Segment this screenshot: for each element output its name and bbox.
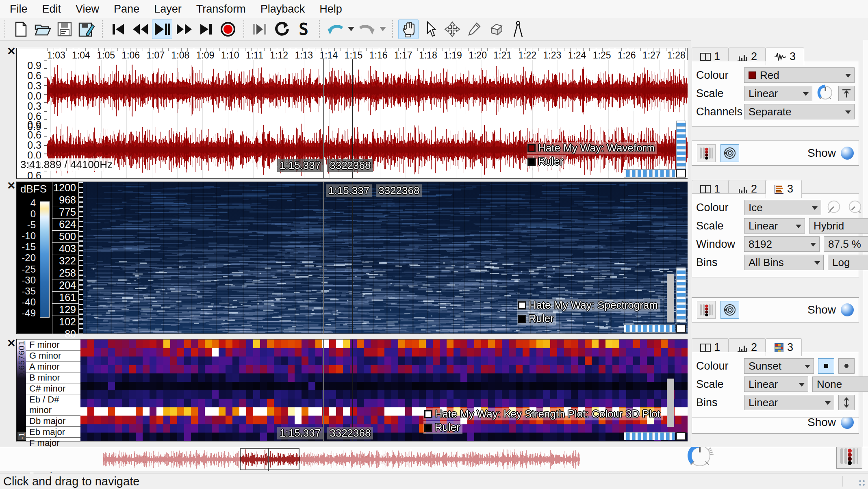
time-tick-label: 1:17 <box>394 50 412 60</box>
go-to-end-button[interactable] <box>196 19 216 39</box>
overview-waveform[interactable] <box>0 447 868 472</box>
vertical-zoom-thumbwheel[interactable] <box>676 268 686 322</box>
undo-history-dropdown[interactable] <box>348 27 354 31</box>
keyplot-properties: Colour Sunset Scale Linear None <box>692 352 859 418</box>
horizontal-zoom-thumbwheel[interactable] <box>624 432 675 440</box>
close-keyplot-pane-button[interactable]: ✕ <box>6 338 17 349</box>
vertical-scrollbar-thumb[interactable] <box>667 379 674 427</box>
menu-item[interactable]: Layer <box>147 1 189 17</box>
invert-vertical-button[interactable] <box>838 395 855 410</box>
menu-item[interactable]: Pane <box>106 1 147 17</box>
play-selection-button[interactable] <box>250 19 270 39</box>
horizontal-zoom-thumbwheel[interactable] <box>624 325 675 333</box>
visible-region-box[interactable] <box>240 448 299 470</box>
menu-item[interactable]: Transform <box>189 1 253 17</box>
navigate-tool-button[interactable] <box>398 19 419 39</box>
channels-dropdown[interactable]: Separate <box>744 104 855 119</box>
close-spectrogram-pane-button[interactable]: ✕ <box>6 180 17 191</box>
redo-history-dropdown[interactable] <box>380 27 386 31</box>
layer-fader-button[interactable] <box>697 144 716 162</box>
window-overlap-dropdown[interactable]: 87.5 % <box>824 236 868 252</box>
gain-knob[interactable] <box>816 84 834 103</box>
show-label: Show <box>807 303 836 316</box>
menu-item[interactable]: Playback <box>253 1 312 17</box>
record-button[interactable] <box>218 19 238 39</box>
new-session-button[interactable] <box>11 19 31 39</box>
smooth-cells-button[interactable] <box>838 358 855 374</box>
tab-label: 3 <box>787 341 793 354</box>
play-solo-button[interactable] <box>720 301 739 319</box>
layer-tag-spectrogram[interactable]: Hate My Way: Spectrogram <box>517 299 660 312</box>
save-button[interactable] <box>54 19 75 39</box>
layer-tag-waveform[interactable]: Hate My Way: Waveform <box>527 142 657 154</box>
frequency-scale-dropdown[interactable]: Linear <box>744 218 805 234</box>
close-waveform-pane-button[interactable]: ✕ <box>6 45 17 57</box>
opaque-cells-button[interactable] <box>818 358 834 374</box>
undo-button[interactable] <box>325 19 345 39</box>
horizontal-zoom-thumbwheel[interactable] <box>624 169 675 177</box>
colour-scale-dropdown[interactable]: Hybrid <box>809 218 868 234</box>
waveform-colour-dropdown[interactable]: Red <box>744 67 855 83</box>
layer-tag-keyplot[interactable]: Hate My Way: Key Strength Plot: Colour 3… <box>423 408 663 420</box>
measure-tool-button[interactable] <box>508 19 528 39</box>
open-button[interactable] <box>33 19 53 39</box>
playback-level-button[interactable] <box>836 444 862 469</box>
fast-forward-button[interactable] <box>174 19 194 39</box>
show-toggle-led[interactable] <box>841 147 854 160</box>
normalization-dropdown[interactable]: None <box>812 376 868 392</box>
spectrogram-pane[interactable]: dBFS 40-5-10-15-20-25-30-35-40-49 120096… <box>16 182 688 334</box>
rewind-to-start-button[interactable] <box>108 19 128 39</box>
keyplot-colour-dropdown[interactable]: Sunset <box>744 358 814 374</box>
vertical-zoom-thumbwheel[interactable] <box>676 121 686 175</box>
zoom-reset-button[interactable] <box>676 169 686 177</box>
loop-button[interactable] <box>271 19 292 39</box>
resize-grip[interactable] <box>858 479 866 487</box>
layer-fader-button[interactable] <box>697 301 716 319</box>
db-tick-label: -10 <box>17 231 38 241</box>
navigation-overview[interactable] <box>0 447 868 472</box>
rewind-button[interactable] <box>130 19 150 39</box>
layer-tags: Hate My Way: Spectrogram Ruler <box>517 299 660 325</box>
erase-tool-button[interactable] <box>486 19 506 39</box>
waveform-pane[interactable]: 1:031:041:051:061:071:081:091:101:111:12… <box>16 48 688 179</box>
window-size-dropdown[interactable]: 8192 <box>744 236 820 252</box>
chevron-down-icon <box>810 243 816 247</box>
play-pause-button[interactable] <box>152 19 172 39</box>
bins-normalization-dropdown[interactable]: Log <box>828 255 868 270</box>
edit-tool-button[interactable] <box>442 19 462 39</box>
zoom-reset-button[interactable] <box>676 325 686 333</box>
solo-button[interactable]: S <box>293 19 314 39</box>
tab-layer-3-spectrogram[interactable]: 3 <box>766 180 802 198</box>
menu-item[interactable]: Help <box>312 1 349 17</box>
tab-layer-3-waveform[interactable]: 3 <box>766 48 804 65</box>
bins-display-dropdown[interactable]: All Bins <box>744 255 824 270</box>
normalize-button[interactable] <box>838 86 855 101</box>
show-toggle-led[interactable] <box>841 303 854 316</box>
zoom-reset-button[interactable] <box>676 432 686 440</box>
spectrogram-colour-dropdown[interactable]: Ice <box>744 200 821 215</box>
menu-item[interactable]: View <box>68 1 106 17</box>
value-scale-dropdown[interactable]: Linear <box>744 376 808 392</box>
save-as-button[interactable] <box>76 19 97 39</box>
layer-tag-ruler[interactable]: Ruler <box>527 155 566 168</box>
layer-tag-ruler[interactable]: Ruler <box>517 312 556 325</box>
tab-layer-3-colour-plot[interactable]: 3 <box>766 338 802 356</box>
colour-rotation-knob[interactable] <box>825 198 842 217</box>
redo-button[interactable] <box>357 19 377 39</box>
layer-tag-ruler[interactable]: Ruler <box>423 421 462 434</box>
db-tick-label: 0 <box>17 209 38 219</box>
waveform-scale-dropdown[interactable]: Linear <box>744 86 812 101</box>
menu-item[interactable]: Edit <box>35 1 69 17</box>
colour-threshold-knob[interactable] <box>846 198 864 217</box>
play-solo-button[interactable] <box>720 144 739 162</box>
select-tool-button[interactable] <box>420 19 441 39</box>
db-tick-label: -49 <box>17 308 38 318</box>
draw-tool-button[interactable] <box>464 19 484 39</box>
bin-scale-dropdown[interactable]: Linear <box>744 395 834 410</box>
vertical-scrollbar-thumb[interactable] <box>667 274 674 322</box>
key-name-label: Eb / D# minor <box>26 394 80 416</box>
menu-item[interactable]: File <box>2 1 35 17</box>
show-toggle-led[interactable] <box>841 416 854 429</box>
key-strength-pane[interactable]: 0.657601 -1 F minorG minorA minorB minor… <box>16 339 688 441</box>
chevron-down-icon <box>845 74 851 78</box>
